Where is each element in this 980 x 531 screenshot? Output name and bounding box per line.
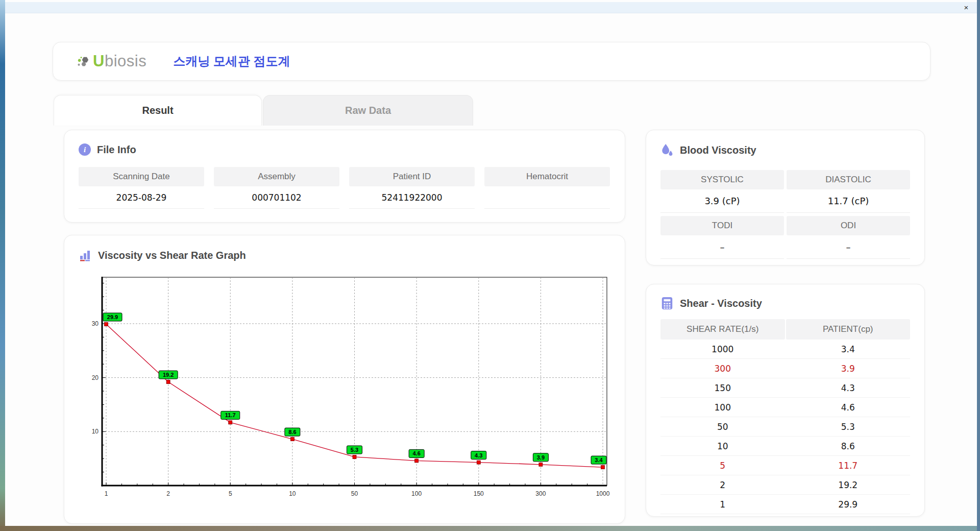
svg-text:19.2: 19.2 (163, 372, 174, 378)
svg-text:10: 10 (92, 428, 99, 435)
table-row: 5 11.7 (660, 456, 910, 475)
cell-patient: 3.9 (786, 359, 911, 378)
blood-viscosity-card: Blood Viscosity SYSTOLICDIASTOLIC3.9 (cP… (646, 130, 925, 266)
svg-text:300: 300 (535, 490, 546, 497)
logo-text-u: U (93, 52, 105, 70)
shear-viscosity-title: Shear - Viscosity (680, 298, 762, 309)
calculator-icon (660, 297, 674, 310)
cell-shear-rate: 50 (660, 417, 785, 436)
svg-text:100: 100 (411, 490, 422, 497)
svg-text:8.6: 8.6 (288, 429, 296, 435)
bar-chart-icon (79, 249, 92, 262)
desktop-background-left (0, 0, 5, 531)
file-info-fields: Scanning Date 2025-08-29Assembly 0007011… (79, 167, 610, 209)
svg-text:5: 5 (229, 490, 232, 497)
bv-value: – (787, 235, 910, 259)
table-row: 10 8.6 (660, 437, 910, 456)
table-row: 1 29.9 (660, 495, 910, 514)
cell-patient: 8.6 (786, 437, 911, 455)
close-icon[interactable]: × (961, 3, 972, 13)
svg-text:3.4: 3.4 (595, 457, 603, 463)
shear-viscosity-card: Shear - Viscosity SHEAR RATE(1/s) PATIEN… (646, 284, 925, 517)
svg-text:2: 2 (166, 490, 170, 497)
blood-viscosity-title: Blood Viscosity (680, 144, 756, 156)
app-window: × Ubiosis 스캐닝 모세관 점도계 Result Raw Data i … (5, 0, 977, 526)
tab-raw-data[interactable]: Raw Data (263, 95, 473, 126)
file-info-field: Assembly 000701102 (214, 167, 339, 209)
bv-value: 3.9 (cP) (660, 189, 784, 213)
svg-text:4.6: 4.6 (412, 450, 420, 456)
table-header-row: SHEAR RATE(1/s) PATIENT(cp) (660, 319, 910, 340)
cell-patient: 29.9 (786, 495, 911, 514)
graph-title: Viscosity vs Shear Rate Graph (98, 250, 246, 261)
svg-text:5.3: 5.3 (351, 447, 358, 453)
file-info-title: File Info (97, 144, 136, 156)
shear-viscosity-table: SHEAR RATE(1/s) PATIENT(cp) 1000 3.4300 … (660, 319, 910, 514)
info-icon: i (79, 143, 91, 156)
cell-shear-rate: 5 (660, 456, 785, 475)
desktop-background-bottom (0, 526, 980, 531)
cell-patient: 4.3 (786, 378, 911, 397)
bv-label: DIASTOLIC (787, 170, 910, 189)
file-info-field: Hematocrit (484, 167, 610, 209)
field-label: Assembly (214, 167, 339, 186)
svg-text:1: 1 (105, 490, 108, 497)
field-label: Patient ID (349, 167, 475, 186)
svg-text:150: 150 (474, 490, 484, 497)
svg-text:50: 50 (351, 490, 358, 497)
svg-text:11.7: 11.7 (225, 412, 236, 418)
blood-drops-icon (660, 143, 674, 157)
svg-text:3.9: 3.9 (537, 454, 545, 461)
table-row: 150 4.3 (660, 378, 910, 398)
cell-shear-rate: 1 (660, 495, 785, 514)
svg-text:1000: 1000 (596, 490, 610, 497)
table-row: 1000 3.4 (660, 340, 910, 359)
cell-shear-rate: 300 (660, 359, 785, 378)
table-row: 300 3.9 (660, 359, 910, 378)
app-title: 스캐닝 모세관 점도계 (173, 53, 290, 69)
bv-value: – (660, 235, 784, 259)
cell-patient: 5.3 (786, 417, 911, 436)
field-value: 52411922000 (349, 186, 475, 209)
cell-patient: 3.4 (786, 340, 911, 358)
table-row: 100 4.6 (660, 398, 910, 417)
cell-patient: 19.2 (786, 475, 911, 494)
file-info-card: i File Info Scanning Date 2025-08-29Asse… (64, 130, 625, 223)
field-value: 000701102 (214, 186, 339, 209)
desktop-background-right (977, 0, 980, 531)
column-header-shear-rate: SHEAR RATE(1/s) (660, 319, 785, 340)
field-label: Hematocrit (484, 167, 610, 186)
tab-result[interactable]: Result (54, 95, 262, 126)
cell-patient: 4.6 (786, 398, 911, 417)
ubiosis-logo: Ubiosis (77, 52, 146, 70)
bv-label: TODI (660, 216, 784, 235)
blood-viscosity-grid: SYSTOLICDIASTOLIC3.9 (cP)11.7 (cP)TODIOD… (660, 167, 910, 259)
bv-value: 11.7 (cP) (787, 189, 910, 213)
ubiosis-logo-icon (77, 55, 90, 68)
logo-text-rest: biosis (105, 52, 146, 70)
logo-text: Ubiosis (93, 52, 146, 70)
svg-text:20: 20 (92, 374, 99, 381)
bv-label: ODI (787, 216, 910, 235)
cell-shear-rate: 1000 (660, 340, 785, 358)
column-header-patient: PATIENT(cp) (786, 319, 911, 340)
viscosity-chart: 1020301251050100150300100029.919.211.78.… (79, 271, 612, 509)
svg-text:30: 30 (92, 320, 99, 327)
table-row: 2 19.2 (660, 475, 910, 495)
field-value: 2025-08-29 (79, 186, 204, 209)
svg-text:10: 10 (289, 490, 296, 497)
window-titlebar: × (5, 2, 977, 13)
header-card: Ubiosis 스캐닝 모세관 점도계 (53, 42, 930, 81)
cell-shear-rate: 150 (660, 378, 785, 397)
table-body: 1000 3.4300 3.9150 4.3100 4.650 5.310 8.… (660, 340, 910, 514)
cell-shear-rate: 10 (660, 437, 785, 455)
svg-text:29.9: 29.9 (107, 314, 118, 320)
cell-patient: 11.7 (786, 456, 911, 475)
file-info-field: Patient ID 52411922000 (349, 167, 475, 209)
bv-label: SYSTOLIC (660, 170, 784, 189)
field-value (484, 186, 610, 209)
cell-shear-rate: 100 (660, 398, 785, 417)
field-label: Scanning Date (79, 167, 204, 186)
graph-card: Viscosity vs Shear Rate Graph 1020301251… (64, 235, 625, 524)
table-row: 50 5.3 (660, 417, 910, 437)
